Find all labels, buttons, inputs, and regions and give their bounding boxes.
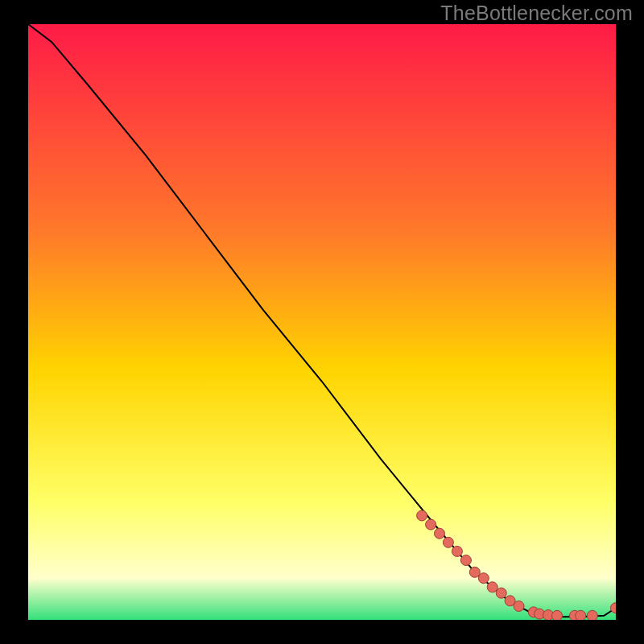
data-point [496,588,506,598]
data-point [460,555,471,566]
data-point [426,519,436,530]
watermark-text: TheBottlenecker.com [440,2,633,25]
data-point [576,610,586,620]
data-point [587,610,597,620]
data-point [552,610,563,620]
plot-area [28,24,616,620]
data-point [487,582,497,592]
data-point [417,510,427,521]
data-point [469,567,480,577]
chart-frame: TheBottlenecker.com [0,0,644,644]
data-point [435,528,445,539]
data-point [478,573,489,584]
chart-svg [28,24,616,620]
data-point [443,537,453,547]
gradient-background [28,24,616,620]
data-point [452,546,462,556]
data-point [514,601,524,612]
